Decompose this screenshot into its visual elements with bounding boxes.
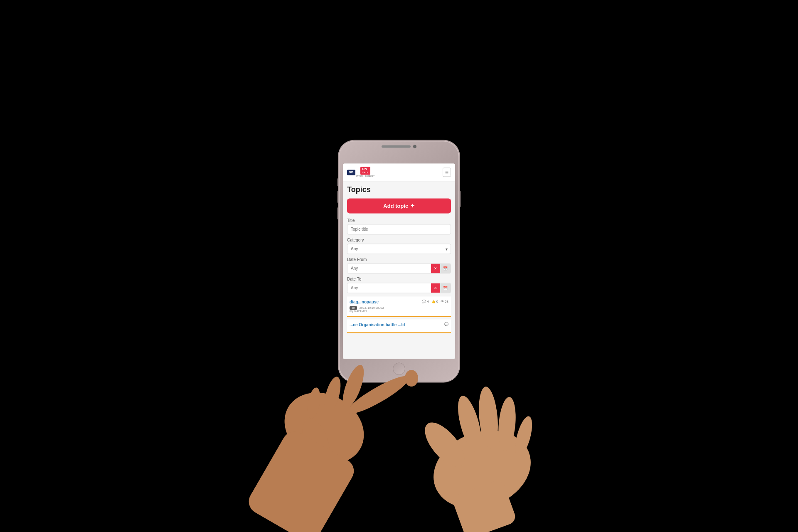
volume-up-button: [337, 190, 339, 203]
plus-icon: +: [411, 203, 414, 209]
category-label: Category: [347, 238, 451, 243]
comment-icon: 💬: [422, 300, 426, 304]
view-count: 58: [445, 300, 448, 304]
camera: [413, 145, 416, 148]
category-filter-group: Category Any General Technical Support: [347, 238, 451, 254]
date-to-clear-button[interactable]: ✕: [431, 283, 440, 293]
date-from-calendar-button[interactable]: 📅: [440, 264, 451, 273]
volume-down-button: [337, 207, 339, 219]
topic-tag: on: [350, 306, 357, 310]
left-hand: [244, 362, 418, 532]
topic-stats: 💬 4 👍 0 👁 58: [422, 300, 448, 304]
like-stat: 👍 0: [431, 300, 438, 304]
topic-stats: 💬: [444, 323, 448, 327]
logo-subtitle: IT TECH SUPPORT: [356, 175, 375, 178]
date-to-filter-group: Date To ✕ 📅: [347, 277, 451, 293]
svg-rect-14: [244, 427, 359, 532]
home-button[interactable]: [393, 362, 405, 375]
like-count: 0: [436, 300, 438, 304]
topic-item[interactable]: diag...nopause on 2023, 10:19:20 AM my R…: [347, 297, 451, 317]
svg-point-2: [453, 394, 486, 455]
topic-item[interactable]: ...ce Organisation battle ...ld 💬: [347, 320, 451, 333]
svg-point-7: [271, 379, 377, 478]
date-from-input[interactable]: [347, 264, 431, 273]
topic-author: my RAPHAEL: [350, 310, 422, 313]
power-button: [459, 190, 461, 207]
date-to-label: Date To: [347, 277, 451, 282]
category-select[interactable]: Any General Technical Support: [347, 244, 451, 254]
phone-screen: NB ON CALL IT TECH SUPPORT ≡ Topics: [343, 163, 455, 359]
logo-nb: NB: [347, 170, 355, 175]
date-to-input-group: ✕ 📅: [347, 283, 451, 293]
view-stat: 👁 58: [441, 300, 448, 304]
title-input[interactable]: [347, 224, 451, 235]
page-title: Topics: [347, 186, 451, 195]
comment-stat: 💬: [444, 323, 448, 327]
svg-point-5: [512, 415, 536, 458]
date-to-calendar-button[interactable]: 📅: [440, 283, 451, 293]
svg-point-11: [321, 375, 344, 414]
svg-point-13: [297, 415, 335, 466]
hamburger-menu-button[interactable]: ≡: [443, 168, 451, 177]
app-logo: NB ON CALL IT TECH SUPPORT: [347, 167, 374, 177]
app-content: Topics Add topic + Title Category An: [343, 182, 455, 359]
svg-point-4: [496, 397, 517, 452]
add-topic-label: Add topic: [383, 203, 408, 209]
topic-list: diag...nopause on 2023, 10:19:20 AM my R…: [347, 297, 451, 333]
phone-device: NB ON CALL IT TECH SUPPORT ≡ Topics: [339, 140, 459, 382]
date-from-clear-button[interactable]: ✕: [431, 264, 440, 273]
svg-point-12: [305, 387, 323, 420]
right-hand: [418, 386, 542, 532]
mute-button: [337, 178, 339, 186]
date-from-filter-group: Date From ✕ 📅: [347, 258, 451, 274]
topic-date: 2023, 10:19:20 AM: [360, 307, 384, 310]
title-label: Title: [347, 219, 451, 223]
category-select-wrapper: Any General Technical Support: [347, 244, 451, 254]
date-to-input[interactable]: [347, 283, 431, 293]
phone-top-bar: [382, 145, 416, 148]
svg-point-3: [477, 386, 500, 449]
speaker-grille: [382, 145, 411, 148]
svg-rect-6: [451, 478, 517, 532]
date-from-input-group: ✕ 📅: [347, 264, 451, 274]
topic-title: ...ce Organisation battle ...ld: [350, 323, 444, 328]
add-topic-button[interactable]: Add topic +: [347, 199, 451, 214]
comment-stat: 💬 4: [422, 300, 429, 304]
svg-point-0: [422, 417, 542, 522]
date-from-label: Date From: [347, 258, 451, 262]
topic-title: diag...nopause: [350, 300, 422, 305]
comment-icon: 💬: [444, 323, 448, 327]
like-icon: 👍: [431, 300, 436, 304]
comment-count: 4: [427, 300, 429, 304]
title-filter-group: Title: [347, 219, 451, 235]
app-header: NB ON CALL IT TECH SUPPORT ≡: [343, 163, 455, 181]
svg-point-1: [418, 416, 472, 473]
logo-oncall: ON CALL: [360, 167, 370, 175]
topic-meta: on 2023, 10:19:20 AM: [350, 306, 422, 310]
view-icon: 👁: [441, 300, 444, 304]
